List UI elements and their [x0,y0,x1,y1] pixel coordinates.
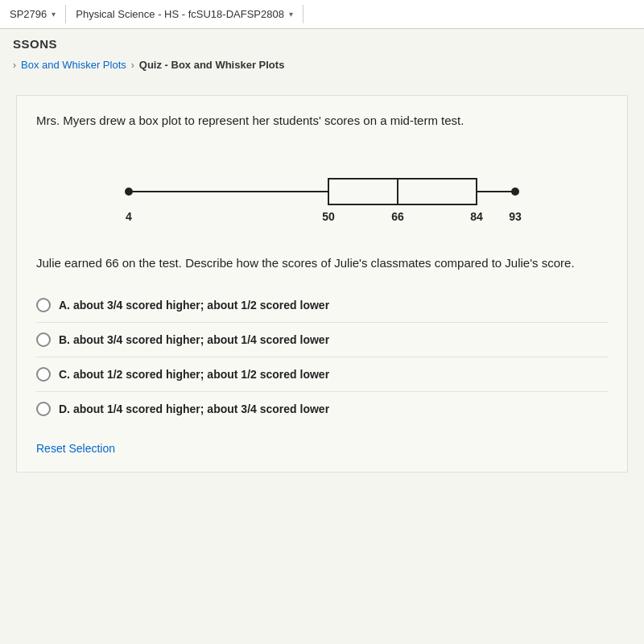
radio-b[interactable] [36,332,51,347]
tab-physical-science-label: Physical Science - HS - fcSU18-DAFSP2808 [76,8,284,20]
main-content: Mrs. Myers drew a box plot to represent … [0,79,644,644]
breadcrumb-separator: › [131,60,134,71]
radio-a[interactable] [36,298,51,312]
question-description: Julie earned 66 on the test. Describe ho… [36,254,608,273]
answer-label-c: C. about 1/2 scored higher; about 1/2 sc… [59,368,329,381]
answer-label-a: A. about 3/4 scored higher; about 1/2 sc… [59,299,329,312]
answer-label-b: B. about 3/4 scored higher; about 1/4 sc… [59,333,329,346]
question-text: Mrs. Myers drew a box plot to represent … [36,112,608,130]
left-whisker-dot [125,188,133,196]
answer-option-a[interactable]: A. about 3/4 scored higher; about 1/2 sc… [36,288,608,323]
tab-sp2796[interactable]: SP2796 ▾ [0,5,66,23]
tab-physical-science[interactable]: Physical Science - HS - fcSU18-DAFSP2808… [66,5,303,23]
breadcrumb: › Box and Whisker Plots › Quiz - Box and… [0,54,644,79]
answer-option-b[interactable]: B. about 3/4 scored higher; about 1/4 sc… [36,323,608,357]
radio-d[interactable] [36,402,51,416]
label-q1: 50 [322,210,335,223]
answer-option-d[interactable]: D. about 1/4 scored higher; about 3/4 sc… [36,392,608,426]
box-whisker-plot: 4 50 66 84 93 [97,166,547,230]
reset-selection-button[interactable]: Reset Selection [36,442,115,455]
answer-choices: A. about 3/4 scored higher; about 1/2 sc… [36,288,608,426]
plot-svg-wrapper: 4 50 66 84 93 [36,166,608,230]
right-whisker-dot [511,188,519,196]
breadcrumb-parent-link[interactable]: Box and Whisker Plots [21,59,126,71]
question-card: Mrs. Myers drew a box plot to represent … [16,95,628,473]
label-q3: 84 [470,210,483,223]
top-nav-bar: SP2796 ▾ Physical Science - HS - fcSU18-… [0,0,644,29]
box [328,179,477,204]
tab2-dropdown-arrow: ▾ [289,10,293,19]
breadcrumb-arrow-left: › [13,60,16,71]
plot-container: 4 50 66 84 93 [36,150,608,238]
breadcrumb-current: Quiz - Box and Whisker Plots [139,59,285,71]
answer-option-c[interactable]: C. about 1/2 scored higher; about 1/2 sc… [36,357,608,392]
label-min: 4 [126,210,132,223]
label-max: 93 [509,210,522,223]
radio-c[interactable] [36,367,51,382]
tab-sp2796-label: SP2796 [10,8,47,20]
answer-label-d: D. about 1/4 scored higher; about 3/4 sc… [59,402,329,415]
tab1-dropdown-arrow: ▾ [52,10,56,19]
label-median: 66 [391,210,404,223]
lessons-header: SSONS [0,29,644,54]
